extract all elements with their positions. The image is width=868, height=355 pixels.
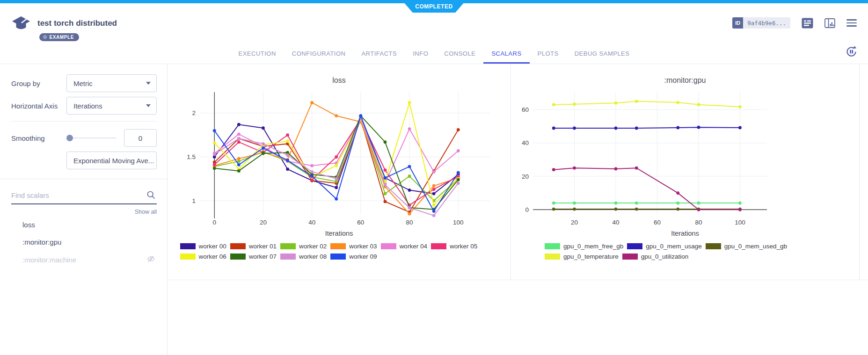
tab-execution[interactable]: EXECUTION: [231, 50, 284, 64]
slider-track: [66, 138, 117, 138]
legend-item-worker-06[interactable]: worker 06: [180, 253, 226, 260]
loss-chart-legend: worker 00worker 01worker 02worker 03work…: [180, 243, 498, 263]
legend-label: worker 08: [299, 253, 327, 260]
gpu-chart-legend: gpu_0_mem_free_gbgpu_0_mem_usagegpu_0_me…: [545, 243, 825, 263]
legend-swatch: [280, 254, 296, 260]
svg-text:20: 20: [522, 173, 529, 180]
legend-item-gpu_0_mem_free_gb[interactable]: gpu_0_mem_free_gb: [545, 243, 623, 250]
split-panel-chart-icon: [824, 18, 835, 28]
tab-info[interactable]: INFO: [405, 50, 436, 64]
svg-text:80: 80: [406, 219, 413, 226]
app-logo-icon: [12, 16, 31, 34]
smoothing-method-value: Exponential Moving Ave...: [73, 157, 154, 165]
group-by-value: Metric: [73, 80, 93, 87]
x-axis-label: Iterations: [168, 230, 511, 237]
horizontal-axis-select[interactable]: Iterations: [66, 97, 157, 115]
tab-debug-samples[interactable]: DEBUG SAMPLES: [567, 50, 638, 64]
chart-title: :monitor:gpu: [511, 76, 859, 85]
find-scalars-input[interactable]: [11, 189, 157, 204]
legend-swatch: [180, 243, 196, 249]
legend-swatch: [330, 243, 346, 249]
legend-label: worker 09: [349, 253, 377, 260]
svg-text:0: 0: [525, 206, 529, 213]
hide-metric-toggle[interactable]: [147, 255, 155, 264]
svg-text:40: 40: [612, 219, 619, 226]
svg-text:1: 1: [192, 197, 196, 204]
eye-slash-icon: [147, 255, 155, 262]
svg-text:100: 100: [453, 219, 464, 226]
legend-swatch: [627, 243, 642, 249]
svg-text:1.5: 1.5: [187, 153, 196, 160]
metric-list: loss:monitor:gpu:monitor:machine: [11, 216, 157, 268]
smoothing-value-input[interactable]: [124, 129, 157, 147]
charts-row: loss 11.52020406080100 Iterations worker…: [168, 64, 868, 280]
id-value: 9af4b9e6...: [743, 17, 790, 29]
slider-handle[interactable]: [66, 135, 73, 141]
smoothing-method-select[interactable]: Exponential Moving Ave...: [66, 152, 157, 169]
legend-item-gpu_0_mem_used_gb[interactable]: gpu_0_mem_used_gb: [706, 243, 787, 250]
svg-text:20: 20: [260, 219, 267, 226]
legend-item-worker-02[interactable]: worker 02: [280, 243, 327, 250]
details-view-button[interactable]: [802, 18, 813, 29]
svg-text:20: 20: [571, 219, 578, 226]
metric-item-monitor-machine[interactable]: :monitor:machine: [11, 251, 157, 268]
legend-label: gpu_0_utilization: [641, 253, 688, 260]
svg-text:100: 100: [735, 219, 745, 226]
legend-item-worker-01[interactable]: worker 01: [230, 243, 277, 250]
metric-label: :monitor:gpu: [22, 238, 61, 246]
legend-label: gpu_0_mem_used_gb: [724, 243, 787, 250]
refresh-pause-icon: [845, 45, 858, 58]
auto-refresh-button[interactable]: [845, 45, 858, 60]
loss-chart-plot[interactable]: 11.52020406080100: [175, 88, 503, 229]
tab-plots[interactable]: PLOTS: [530, 50, 567, 64]
legend-item-worker-08[interactable]: worker 08: [280, 253, 327, 260]
legend-label: worker 06: [199, 253, 226, 260]
legend-swatch: [280, 243, 296, 249]
svg-text:0: 0: [213, 219, 217, 226]
metric-item-loss[interactable]: loss: [11, 216, 157, 233]
legend-item-gpu_0_temperature[interactable]: gpu_0_temperature: [545, 253, 619, 260]
svg-text:60: 60: [654, 219, 661, 226]
smoothing-slider[interactable]: [66, 135, 117, 141]
legend-swatch: [545, 243, 560, 249]
legend-swatch: [230, 243, 246, 249]
show-all-link[interactable]: Show all: [11, 209, 157, 215]
tab-artifacts[interactable]: ARTIFACTS: [353, 50, 405, 64]
tab-group: EXECUTIONCONFIGURATIONARTIFACTSINFOCONSO…: [0, 43, 868, 64]
legend-label: worker 07: [249, 253, 277, 260]
legend-item-worker-04[interactable]: worker 04: [381, 243, 427, 250]
legend-item-worker-03[interactable]: worker 03: [330, 243, 377, 250]
svg-text:60: 60: [522, 106, 529, 113]
legend-label: worker 04: [400, 243, 427, 250]
tab-configuration[interactable]: CONFIGURATION: [284, 50, 354, 64]
group-by-label: Group by: [11, 80, 66, 87]
legend-item-worker-00[interactable]: worker 00: [180, 243, 226, 250]
example-badge-label: EXAMPLE: [49, 35, 74, 40]
legend-item-worker-05[interactable]: worker 05: [431, 243, 477, 250]
legend-label: gpu_0_temperature: [563, 253, 619, 260]
svg-text:40: 40: [522, 139, 529, 146]
split-view-button[interactable]: [824, 18, 835, 28]
legend-item-worker-07[interactable]: worker 07: [230, 253, 277, 260]
legend-item-gpu_0_utilization[interactable]: gpu_0_utilization: [622, 253, 688, 260]
search-icon: [146, 190, 156, 202]
tab-console[interactable]: CONSOLE: [436, 50, 483, 64]
svg-text:60: 60: [357, 219, 364, 226]
gpu-chart-plot[interactable]: 020406020406080100: [512, 88, 802, 229]
tab-scalars[interactable]: SCALARS: [483, 50, 529, 64]
legend-swatch: [330, 254, 346, 260]
sidebar-divider: [0, 179, 167, 179]
horizontal-axis-value: Iterations: [73, 102, 102, 110]
group-by-select[interactable]: Metric: [66, 74, 157, 92]
svg-text:80: 80: [695, 219, 702, 226]
details-icon: [802, 18, 813, 29]
tab-bar: EXECUTIONCONFIGURATIONARTIFACTSINFOCONSO…: [0, 43, 868, 64]
menu-button[interactable]: [846, 19, 857, 27]
scalars-sidebar: Group by Metric Horizontal Axis Iteratio…: [0, 64, 168, 355]
metric-item-monitor-gpu[interactable]: :monitor:gpu: [11, 233, 157, 251]
legend-item-worker-09[interactable]: worker 09: [330, 253, 377, 260]
metric-label: :monitor:machine: [22, 256, 76, 264]
legend-item-gpu_0_mem_usage[interactable]: gpu_0_mem_usage: [627, 243, 701, 250]
header-actions: ID 9af4b9e6...: [732, 17, 857, 29]
experiment-id-chip[interactable]: ID 9af4b9e6...: [732, 17, 790, 29]
